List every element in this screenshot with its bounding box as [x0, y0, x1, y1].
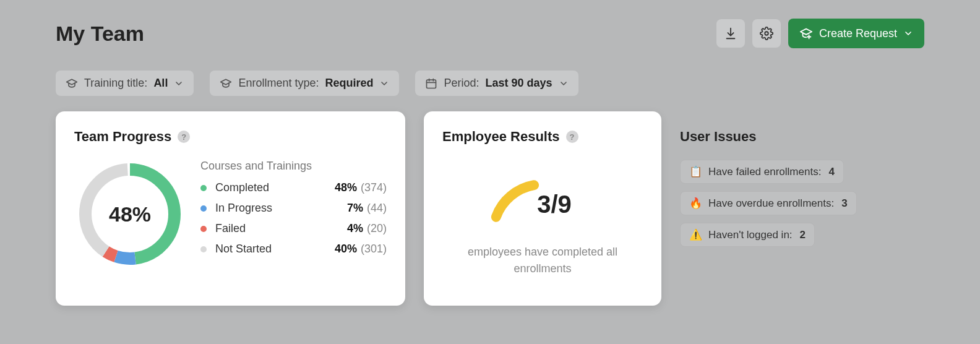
card-title: Employee Results [442, 129, 560, 145]
header-actions: Create Request [716, 19, 924, 48]
employee-results-card: Employee Results ? 3/9 employees have co… [424, 111, 661, 306]
legend-count: (301) [361, 243, 387, 256]
filter-period[interactable]: Period: Last 90 days [415, 71, 578, 96]
legend-count: (20) [367, 222, 387, 235]
settings-button[interactable] [752, 19, 781, 48]
issue-count: 2 [800, 229, 806, 241]
page-title: My Team [56, 22, 144, 46]
issue-label: Have overdue enrollments: [708, 197, 834, 210]
svg-rect-1 [427, 80, 436, 88]
issue-pill[interactable]: 📋Have failed enrollments:4 [680, 160, 844, 184]
help-icon[interactable]: ? [178, 131, 190, 143]
filter-enrollment-type[interactable]: Enrollment type: Required [210, 71, 399, 96]
user-issues-title: User Issues [680, 129, 857, 145]
legend-count: (44) [367, 202, 387, 215]
donut-center-value: 48% [74, 158, 186, 270]
legend-percent: 40% [335, 243, 357, 256]
team-progress-donut-chart: 48% [74, 158, 186, 270]
legend-dot [200, 185, 207, 191]
create-request-button[interactable]: Create Request [788, 19, 924, 48]
legend-percent: 7% [347, 202, 363, 215]
legend-label: In Progress [215, 202, 347, 215]
issue-label: Have failed enrollments: [708, 166, 821, 178]
issue-icon: ⚠️ [689, 228, 702, 241]
filter-value: All [153, 77, 168, 90]
filter-training-title[interactable]: Training title: All [56, 71, 194, 96]
legend-count: (374) [361, 181, 387, 194]
legend-dot [200, 246, 207, 252]
filter-label: Period: [444, 77, 479, 90]
legend-row: In Progress7%(44) [200, 202, 387, 215]
calendar-icon [425, 77, 437, 90]
issue-count: 4 [828, 166, 834, 178]
legend-row: Failed4%(20) [200, 222, 387, 235]
download-button[interactable] [716, 19, 745, 48]
legend-label: Completed [215, 181, 335, 194]
issue-label: Haven't logged in: [708, 229, 793, 241]
svg-point-0 [765, 32, 768, 35]
legend-dot [200, 205, 207, 212]
employee-results-gauge: 3/9 [475, 166, 611, 240]
legend: Courses and Trainings Completed48%(374)I… [200, 158, 387, 263]
issue-pill[interactable]: ⚠️Haven't logged in:2 [680, 223, 815, 247]
filter-label: Training title: [84, 77, 147, 90]
filter-label: Enrollment type: [238, 77, 319, 90]
graduation-add-icon [799, 27, 813, 40]
issue-count: 3 [841, 197, 847, 210]
employee-results-caption: employees have completed all enrollments [442, 244, 643, 277]
create-request-label: Create Request [819, 27, 897, 40]
gear-icon [760, 27, 773, 40]
filter-value: Last 90 days [486, 77, 552, 90]
help-icon[interactable]: ? [566, 131, 578, 143]
legend-row: Completed48%(374) [200, 181, 387, 194]
user-issues-panel: User Issues 📋Have failed enrollments:4🔥H… [680, 111, 857, 254]
graduation-icon [66, 77, 78, 90]
legend-percent: 48% [335, 181, 357, 194]
page-header: My Team Create Request [56, 19, 924, 48]
card-title: Team Progress [74, 129, 171, 145]
legend-heading: Courses and Trainings [200, 160, 387, 173]
legend-dot [200, 226, 207, 232]
chevron-down-icon [174, 79, 184, 88]
download-icon [724, 27, 737, 40]
filter-row: Training title: All Enrollment type: Req… [56, 71, 924, 96]
legend-label: Not Started [215, 243, 335, 256]
dashboard-cards: Team Progress ? 48% Courses and Training… [56, 111, 924, 306]
filter-value: Required [325, 77, 373, 90]
legend-percent: 4% [347, 222, 363, 235]
chevron-down-icon [903, 28, 913, 38]
issue-icon: 🔥 [689, 197, 702, 210]
issue-icon: 📋 [689, 165, 702, 178]
issue-pill[interactable]: 🔥Have overdue enrollments:3 [680, 191, 857, 215]
team-progress-card: Team Progress ? 48% Courses and Training… [56, 111, 405, 306]
legend-label: Failed [215, 222, 347, 235]
chevron-down-icon [559, 79, 569, 88]
graduation-icon [220, 77, 232, 90]
chevron-down-icon [379, 79, 389, 88]
legend-row: Not Started40%(301) [200, 243, 387, 256]
